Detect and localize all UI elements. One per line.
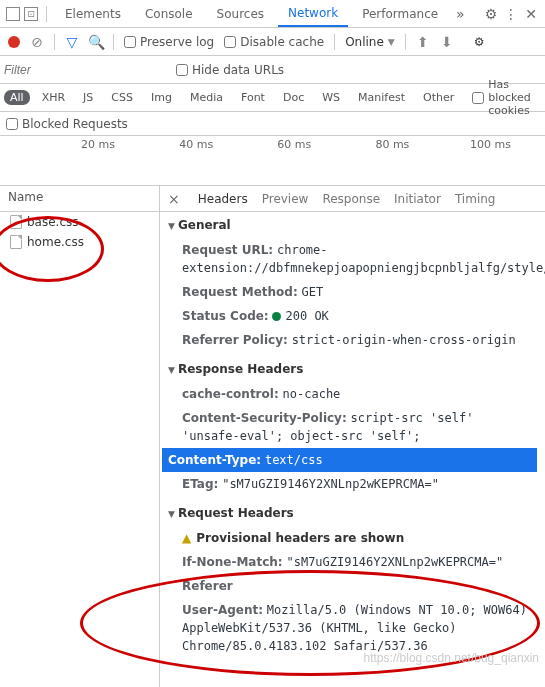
filter-manifest[interactable]: Manifest	[352, 90, 411, 105]
header-etag: ETag: "sM7uGZI9146Y2XNLnp2wKEPRCMA="	[168, 472, 537, 496]
details-pane: × Headers Preview Response Initiator Tim…	[160, 186, 545, 687]
tick: 20 ms	[81, 138, 115, 151]
network-toolbar: ⊘ ▽ 🔍 Preserve log Disable cache Online▼…	[0, 28, 545, 56]
close-icon[interactable]: ✕	[523, 6, 539, 22]
status-dot-icon	[272, 312, 281, 321]
request-row[interactable]: home.css	[0, 232, 159, 252]
file-icon	[10, 215, 22, 229]
has-blocked-cookies-checkbox[interactable]: Has blocked cookies	[472, 78, 541, 117]
tab-console[interactable]: Console	[135, 0, 203, 27]
watermark: https://blog.csdn.net/bug_qianxin	[364, 651, 539, 665]
details-tabbar: × Headers Preview Response Initiator Tim…	[160, 186, 545, 212]
close-details-icon[interactable]: ×	[164, 191, 184, 207]
blocked-requests-checkbox[interactable]: Blocked Requests	[6, 117, 128, 131]
network-settings-icon[interactable]: ⚙	[474, 35, 485, 49]
filter-bar: Hide data URLs	[0, 56, 545, 84]
warning-icon: ▲	[182, 531, 191, 545]
tab-network[interactable]: Network	[278, 0, 348, 27]
request-row[interactable]: base.css	[0, 212, 159, 232]
header-cache-control: cache-control: no-cache	[168, 382, 537, 406]
filter-all[interactable]: All	[4, 90, 30, 105]
filter-css[interactable]: CSS	[105, 90, 139, 105]
filter-other[interactable]: Other	[417, 90, 460, 105]
preserve-log-checkbox[interactable]: Preserve log	[124, 35, 214, 49]
file-icon	[10, 235, 22, 249]
tab-sources[interactable]: Sources	[207, 0, 274, 27]
tick: 100 ms	[470, 138, 511, 151]
clear-button[interactable]: ⊘	[30, 35, 44, 49]
header-referer: Referer	[168, 574, 537, 598]
throttle-select[interactable]: Online▼	[345, 35, 395, 49]
blocked-bar: Blocked Requests	[0, 112, 545, 136]
disable-cache-checkbox[interactable]: Disable cache	[224, 35, 324, 49]
filter-media[interactable]: Media	[184, 90, 229, 105]
filter-input[interactable]	[4, 63, 164, 77]
header-content-type[interactable]: Content-Type: text/css	[162, 448, 537, 472]
more-tabs-icon[interactable]: »	[452, 6, 468, 22]
section-request-headers[interactable]: Request Headers	[168, 506, 537, 520]
section-response-headers[interactable]: Response Headers	[168, 362, 537, 376]
tick: 40 ms	[179, 138, 213, 151]
detail-tab-preview[interactable]: Preview	[262, 192, 309, 206]
status-code: Status Code: 200 OK	[168, 304, 537, 328]
main-area: Name base.css home.css × Headers Preview…	[0, 186, 545, 687]
type-filter-bar: All XHR JS CSS Img Media Font Doc WS Man…	[0, 84, 545, 112]
request-list: Name base.css home.css	[0, 186, 160, 687]
tick: 60 ms	[277, 138, 311, 151]
header-user-agent: User-Agent: Mozilla/5.0 (Windows NT 10.0…	[168, 598, 537, 658]
upload-icon[interactable]: ⬆	[416, 35, 430, 49]
filter-img[interactable]: Img	[145, 90, 178, 105]
detail-tab-timing[interactable]: Timing	[455, 192, 496, 206]
headers-panel: General Request URL: chrome-extension://…	[160, 212, 545, 687]
name-column-header[interactable]: Name	[0, 186, 159, 212]
settings-icon[interactable]: ⚙	[483, 6, 499, 22]
request-url: Request URL: chrome-extension://dbfmneke…	[168, 238, 537, 280]
detail-tab-initiator[interactable]: Initiator	[394, 192, 441, 206]
kebab-icon[interactable]: ⋮	[503, 6, 519, 22]
header-csp: Content-Security-Policy: script-src 'sel…	[168, 406, 537, 448]
filter-js[interactable]: JS	[77, 90, 99, 105]
search-icon[interactable]: 🔍	[89, 35, 103, 49]
filter-xhr[interactable]: XHR	[36, 90, 71, 105]
download-icon[interactable]: ⬇	[440, 35, 454, 49]
tab-elements[interactable]: Elements	[55, 0, 131, 27]
record-button[interactable]	[8, 36, 20, 48]
header-if-none-match: If-None-Match: "sM7uGZI9146Y2XNLnp2wKEPR…	[168, 550, 537, 574]
section-general[interactable]: General	[168, 218, 537, 232]
provisional-warning: ▲Provisional headers are shown	[168, 526, 537, 550]
filter-icon[interactable]: ▽	[65, 35, 79, 49]
device-toggle-icon[interactable]: ⊡	[24, 7, 38, 21]
hide-data-urls-checkbox[interactable]: Hide data URLs	[176, 63, 284, 77]
timeline[interactable]: 20 ms 40 ms 60 ms 80 ms 100 ms	[0, 136, 545, 186]
detail-tab-response[interactable]: Response	[322, 192, 380, 206]
referrer-policy: Referrer Policy: strict-origin-when-cros…	[168, 328, 537, 352]
inspect-icon[interactable]	[6, 7, 20, 21]
request-method: Request Method: GET	[168, 280, 537, 304]
tab-performance[interactable]: Performance	[352, 0, 448, 27]
filter-doc[interactable]: Doc	[277, 90, 310, 105]
tick: 80 ms	[375, 138, 409, 151]
filter-ws[interactable]: WS	[316, 90, 346, 105]
detail-tab-headers[interactable]: Headers	[198, 192, 248, 206]
main-tabbar: ⊡ Elements Console Sources Network Perfo…	[0, 0, 545, 28]
filter-font[interactable]: Font	[235, 90, 271, 105]
